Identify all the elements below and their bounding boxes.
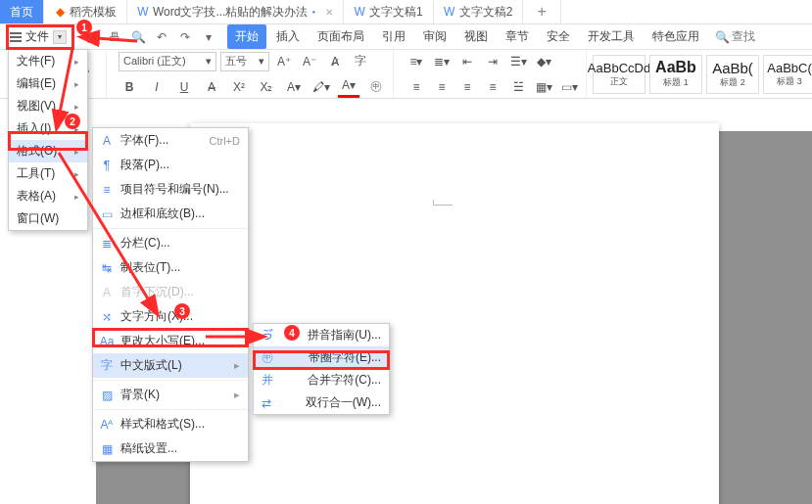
highlight-icon[interactable]: 🖍▾ [310,76,332,98]
font-color-icon[interactable]: A▾ [338,76,359,98]
distribute-icon[interactable]: ☱ [507,76,529,98]
style-heading1[interactable]: AaBb 标题 1 [649,55,702,94]
search-box[interactable]: 🔍 查找 [715,28,755,45]
line-spacing-icon[interactable]: ☰▾ [507,51,529,72]
increase-indent-icon[interactable]: ⇥ [482,51,503,72]
font-size-combo[interactable]: 五号 ▾ [220,52,269,71]
chevron-right-icon: ▸ [74,79,79,89]
align-right-icon[interactable]: ≡ [456,76,478,98]
chevron-right-icon: ▸ [74,169,79,179]
style-normal[interactable]: AaBbCcDd 正文 [593,55,645,94]
chevron-down-icon: ▾ [206,55,212,68]
dropcap-icon: A [99,286,115,299]
menu-styles-format[interactable]: Aᴬ样式和格式(S)... [93,412,248,436]
menu-columns[interactable]: ≣分栏(C)... [93,231,248,255]
border-icon[interactable]: ▭▾ [558,76,580,98]
chevron-down-icon: ▾ [53,30,67,44]
menu-tabs[interactable]: ↹制表位(T)... [93,255,248,280]
tab-home[interactable]: 首页 [0,0,44,23]
add-tab[interactable]: + [523,0,560,23]
ribbon-tab-view[interactable]: 视图 [456,24,496,49]
align-justify-icon[interactable]: ≡ [482,76,503,98]
ribbon-tab-section[interactable]: 章节 [498,24,537,49]
menu-format[interactable]: 格式(O)▸ [9,140,87,162]
style-heading3[interactable]: AaBbC( 标题 3 [763,55,812,94]
file-menu-button[interactable]: 文件 ▾ [2,26,74,48]
preview-icon[interactable]: 🔍 [129,28,147,46]
menu-file[interactable]: 文件(F)▸ [9,50,87,72]
decrease-indent-icon[interactable]: ⇤ [456,51,478,72]
superscript-icon[interactable]: X² [228,76,250,98]
grow-font-icon[interactable]: A⁺ [273,51,295,72]
style-preview: AaBb [655,59,696,76]
apple-icon[interactable]: ◆▾ [533,51,554,72]
ribbon-tab-references[interactable]: 引用 [374,24,413,49]
shrink-font-icon[interactable]: A⁻ [299,51,320,72]
ribbon-tab-developer[interactable]: 开发工具 [580,24,643,49]
wenzi-icon[interactable]: 字 [350,51,371,72]
menu-paragraph[interactable]: ¶段落(P)... [93,153,248,177]
bullets-icon[interactable]: ≡▾ [406,51,427,72]
menu-window[interactable]: 窗口(W) [9,207,87,230]
numbering-icon[interactable]: ≣▾ [431,51,453,72]
font-name-combo[interactable]: Calibri (正文) ▾ [119,52,216,71]
font-icon: A [99,134,115,148]
ribbon: ✂ ⧉ 📋 🖌 Calibri (正文) ▾ 五号 ▾ A⁺ A⁻ A̷ 字 B… [0,50,812,99]
italic-icon[interactable]: I [146,76,167,98]
close-icon[interactable]: ✕ [325,7,333,18]
tab-doc-1[interactable]: W Word文字技...粘贴的解决办法 ● ✕ [127,0,344,23]
menu-tools[interactable]: 工具(T)▸ [9,162,87,185]
ribbon-tab-insert[interactable]: 插入 [268,24,308,49]
chevron-down-icon: ▾ [259,55,264,68]
menu-enclosed-char[interactable]: ㊥带圈字符(E)... [254,346,389,369]
doc-tabs: 首页 ◆ 稻壳模板 W Word文字技...粘贴的解决办法 ● ✕ W 文字文稿… [0,0,812,24]
style-heading2[interactable]: AaBb( 标题 2 [706,55,759,94]
subscript-icon[interactable]: X₂ [256,76,277,98]
menu-edit[interactable]: 编辑(E)▸ [9,72,87,95]
menu-manuscript[interactable]: ▦稿纸设置... [93,436,248,461]
step-badge-2: 2 [65,114,80,129]
enclose-char-icon[interactable]: ㊥ [365,76,387,98]
redo-icon[interactable]: ↷ [176,28,194,46]
ribbon-tab-layout[interactable]: 页面布局 [310,24,372,49]
ribbon-tab-special[interactable]: 特色应用 [645,24,707,49]
undo-icon[interactable]: ↶ [153,28,170,46]
ribbon-tab-review[interactable]: 审阅 [415,24,454,49]
menu-bullets[interactable]: ≡项目符号和编号(N)... [93,177,248,202]
menu-change-case[interactable]: Aa更改大小写(E)... [93,329,248,353]
bold-icon[interactable]: B [119,76,140,98]
case-icon: Aa [99,335,115,348]
page-canvas[interactable] [190,123,719,504]
tab-doc-2[interactable]: W 文字文稿1 [344,0,434,23]
menu-table[interactable]: 表格(A)▸ [9,185,87,207]
style-name: 标题 1 [663,76,689,89]
menu-text-direction[interactable]: ⤭文字方向(X)... [93,304,248,329]
strike-icon[interactable]: A̶ [201,76,222,98]
menu-chinese-layout[interactable]: 字中文版式(L)▸ [93,353,248,378]
menu-two-lines[interactable]: ⇄双行合一(W)... [254,391,389,414]
clear-format-icon[interactable]: A̷ [324,51,346,72]
shading-icon[interactable]: ▦▾ [533,76,554,98]
dirty-indicator: ● [311,9,315,15]
tab-label: 文字文稿1 [369,4,423,21]
menu-background[interactable]: ▨背景(K)▸ [93,383,248,407]
text-effect-icon[interactable]: A▾ [283,76,305,98]
tab-doc-3[interactable]: W 文字文稿2 [434,0,524,23]
print-icon[interactable]: 🖶 [106,28,123,46]
ribbon-tab-security[interactable]: 安全 [539,24,578,49]
style-name: 正文 [610,75,628,88]
chevron-right-icon: ▸ [234,359,240,372]
paragraph-group: ≡▾ ≣▾ ⇤ ⇥ ☰▾ ◆▾ ≡ ≡ ≡ ≡ ☱ ▦▾ ▭▾ [400,50,587,98]
menu-borders[interactable]: ▭边框和底纹(B)... [93,202,248,226]
qat-dropdown-icon[interactable]: ▾ [200,28,217,46]
underline-icon[interactable]: U [173,76,195,98]
menu-pinyin-guide[interactable]: ゔ拼音指南(U)... [254,324,389,346]
menu-combine-chars[interactable]: 并合并字符(C)... [254,369,389,391]
tab-label: Word文字技...粘贴的解决办法 [153,4,308,21]
ribbon-tab-start[interactable]: 开始 [227,24,266,49]
columns-icon: ≣ [99,237,115,251]
align-left-icon[interactable]: ≡ [406,76,427,98]
menu-font[interactable]: A字体(F)...Ctrl+D [93,128,248,153]
align-center-icon[interactable]: ≡ [431,76,453,98]
word-icon: W [444,6,455,18]
